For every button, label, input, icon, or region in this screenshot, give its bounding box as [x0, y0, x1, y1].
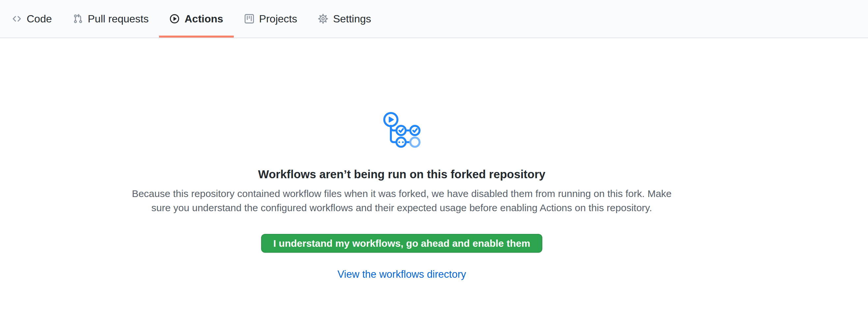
- tab-projects[interactable]: Projects: [234, 0, 308, 37]
- blankslate-description: Because this repository contained workfl…: [123, 186, 680, 215]
- play-icon: [169, 14, 180, 24]
- blankslate-heading: Workflows aren’t being run on this forke…: [0, 167, 803, 181]
- tab-settings-label: Settings: [333, 13, 371, 25]
- tab-code-label: Code: [27, 13, 52, 25]
- enable-workflows-button[interactable]: I understand my workflows, go ahead and …: [261, 234, 542, 253]
- tab-pull-requests-label: Pull requests: [88, 13, 149, 25]
- workflow-graph-icon: [383, 111, 421, 150]
- tab-projects-label: Projects: [259, 13, 297, 25]
- view-workflows-directory-link[interactable]: View the workflows directory: [338, 269, 466, 280]
- project-icon: [244, 14, 254, 24]
- repo-tab-bar: Code Pull requests Actions: [0, 0, 868, 38]
- tab-actions[interactable]: Actions: [159, 0, 234, 37]
- code-icon: [12, 14, 22, 24]
- tab-settings[interactable]: Settings: [308, 0, 382, 37]
- workflows-disabled-blankslate: Workflows aren’t being run on this forke…: [0, 111, 803, 280]
- git-pull-request-icon: [73, 14, 83, 24]
- tab-pull-requests[interactable]: Pull requests: [63, 0, 159, 37]
- tab-actions-label: Actions: [184, 13, 223, 25]
- gear-icon: [318, 14, 328, 24]
- tab-code[interactable]: Code: [1, 0, 63, 37]
- actions-disabled-panel: Workflows aren’t being run on this forke…: [0, 38, 803, 280]
